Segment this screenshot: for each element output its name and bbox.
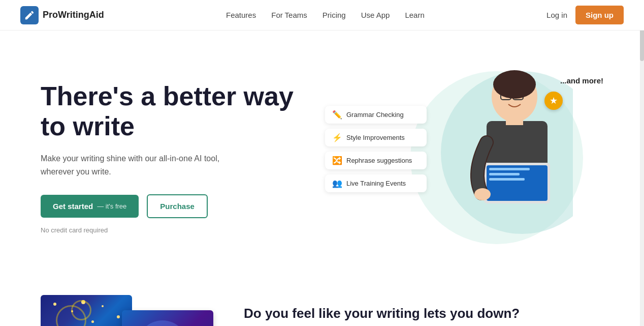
hero-content: There's a better way to write Make your …	[41, 81, 315, 234]
get-started-button[interactable]: Get started — it's free	[41, 195, 139, 218]
grammar-icon: ✏️	[332, 110, 342, 120]
section-two-image: My idea in my head	[41, 295, 213, 326]
free-label: — it's free	[97, 202, 126, 210]
hero-note: No credit card required	[41, 226, 315, 234]
hero-person	[441, 51, 573, 244]
navbar: ProWritingAid Features For Teams Pricing…	[0, 0, 644, 31]
svg-rect-11	[489, 173, 520, 175]
hero-subtitle: Make your writing shine with our all-in-…	[41, 152, 244, 178]
get-started-label: Get started	[53, 202, 93, 211]
svg-rect-10	[489, 168, 530, 170]
training-icon: 👥	[332, 179, 342, 188]
login-button[interactable]: Log in	[546, 11, 567, 19]
style-icon: ⚡	[332, 133, 342, 142]
section-two-text: Do you feel like your writing lets you d…	[244, 295, 603, 326]
painting-starry-night	[41, 295, 132, 326]
pill-style-label: Style Improvements	[346, 134, 405, 141]
hero-buttons: Get started — it's free Purchase	[41, 194, 315, 218]
nav-item-for-teams[interactable]: For Teams	[271, 11, 307, 19]
nav-item-learn[interactable]: Learn	[405, 11, 424, 19]
hero-title: There's a better way to write	[41, 81, 315, 142]
purchase-button[interactable]: Purchase	[147, 194, 208, 218]
swirl2	[71, 300, 91, 320]
brand-icon	[20, 6, 39, 24]
feature-pills: ✏️ Grammar Checking ⚡ Style Improvements…	[325, 106, 427, 192]
person-illustration	[441, 51, 573, 244]
pill-training-label: Live Training Events	[346, 180, 406, 187]
hero-illustration: ✏️ Grammar Checking ⚡ Style Improvements…	[315, 61, 624, 254]
painting-illustration	[122, 310, 213, 326]
pill-grammar-label: Grammar Checking	[346, 111, 404, 118]
signup-button[interactable]: Sign up	[575, 6, 624, 24]
section-two-title: Do you feel like your writing lets you d…	[244, 305, 603, 322]
brand-name: ProWritingAid	[43, 10, 104, 20]
nav-item-use-app[interactable]: Use App	[361, 11, 390, 19]
rephrase-icon: 🔀	[332, 156, 342, 165]
hero-section: There's a better way to write Make your …	[0, 31, 644, 275]
nav-item-pricing[interactable]: Pricing	[323, 11, 346, 19]
pill-grammar: ✏️ Grammar Checking	[325, 106, 427, 124]
pill-rephrase-label: Rephrase suggestions	[346, 157, 412, 164]
more-label: ...and more!	[560, 76, 603, 85]
svg-point-13	[474, 188, 491, 200]
scrollbar-track[interactable]	[640, 0, 644, 326]
nav-menu: Features For Teams Pricing Use App Learn	[226, 11, 425, 20]
pencil-icon	[24, 10, 35, 21]
painting-blue	[122, 310, 213, 326]
star-badge: ★	[544, 92, 563, 110]
nav-item-features[interactable]: Features	[226, 11, 256, 19]
navbar-actions: Log in Sign up	[546, 6, 624, 24]
svg-point-5	[493, 70, 536, 99]
pill-training: 👥 Live Training Events	[325, 174, 427, 192]
pill-rephrase: 🔀 Rephrase suggestions	[325, 152, 427, 169]
svg-point-14	[137, 320, 188, 326]
section-two: My idea in my head Do you feel like your…	[0, 275, 644, 326]
svg-rect-9	[487, 165, 548, 201]
brand-logo[interactable]: ProWritingAid	[20, 6, 104, 24]
svg-rect-12	[489, 178, 525, 181]
svg-rect-7	[506, 116, 523, 125]
pill-style: ⚡ Style Improvements	[325, 129, 427, 146]
